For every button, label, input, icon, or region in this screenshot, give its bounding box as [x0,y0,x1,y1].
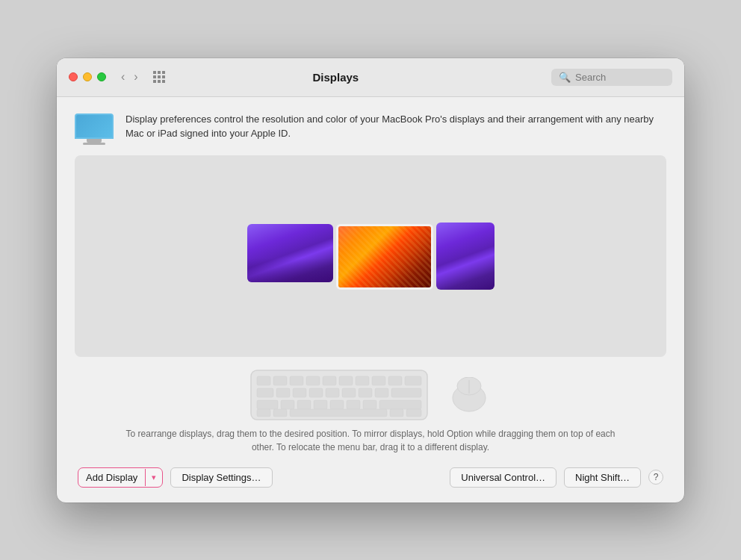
svg-rect-22 [297,400,311,409]
universal-control-button[interactable]: Universal Control… [450,467,556,488]
svg-rect-18 [375,388,388,397]
night-shift-button[interactable]: Night Shift… [564,467,641,488]
helper-text: To rearrange displays, drag them to the … [75,427,666,454]
svg-rect-21 [281,400,294,409]
close-button[interactable] [69,72,78,81]
svg-rect-14 [309,388,323,397]
minimize-button[interactable] [83,72,92,81]
svg-rect-32 [406,409,421,417]
add-display-label[interactable]: Add Display [78,468,145,487]
svg-rect-24 [330,400,344,409]
display-thumb-2[interactable] [336,224,433,290]
svg-rect-5 [323,376,336,385]
svg-rect-1 [257,376,270,385]
svg-rect-2 [273,376,287,385]
search-input[interactable] [575,72,665,83]
system-preferences-window: ‹ › Displays 🔍 Display preferences contr… [57,58,684,503]
svg-rect-9 [388,376,402,385]
svg-rect-7 [356,376,369,385]
svg-rect-31 [390,409,403,417]
add-display-button[interactable]: Add Display ▾ [78,467,163,488]
svg-rect-30 [290,409,387,417]
svg-rect-28 [257,409,270,417]
display-thumb-1[interactable] [247,224,333,282]
search-bar[interactable]: 🔍 [551,69,672,86]
svg-rect-11 [257,388,273,397]
help-button[interactable]: ? [648,470,663,485]
svg-rect-26 [363,400,376,409]
peripheral-area [75,357,666,427]
svg-rect-20 [257,400,278,409]
content-area: Display preferences control the resoluti… [57,97,684,503]
svg-rect-12 [276,388,290,397]
search-icon: 🔍 [559,72,571,83]
svg-rect-17 [359,388,372,397]
maximize-button[interactable] [97,72,106,81]
svg-rect-8 [372,376,385,385]
svg-rect-3 [290,376,303,385]
displays-container [247,223,494,290]
window-title: Displays [129,71,542,84]
mouse-icon [447,377,492,413]
svg-rect-19 [391,388,421,397]
traffic-lights [69,72,106,81]
svg-rect-27 [379,400,421,409]
keyboard-icon [249,369,429,421]
arrangement-area[interactable] [75,155,666,357]
bottom-buttons: Add Display ▾ Display Settings… Universa… [75,467,666,488]
add-display-arrow[interactable]: ▾ [145,469,162,486]
svg-rect-10 [405,376,421,385]
back-button[interactable]: ‹ [118,69,128,84]
info-row: Display preferences control the resoluti… [75,112,666,143]
svg-rect-25 [347,400,360,409]
titlebar: ‹ › Displays 🔍 [57,58,684,97]
svg-rect-23 [314,400,327,409]
svg-rect-16 [342,388,356,397]
svg-rect-29 [273,409,287,417]
display-settings-button[interactable]: Display Settings… [170,467,272,488]
info-description: Display preferences control the resoluti… [125,112,666,141]
display-icon [75,113,114,143]
svg-rect-15 [326,388,339,397]
display-thumb-3[interactable] [436,223,494,290]
svg-rect-13 [293,388,306,397]
svg-rect-6 [339,376,353,385]
svg-rect-4 [306,376,320,385]
